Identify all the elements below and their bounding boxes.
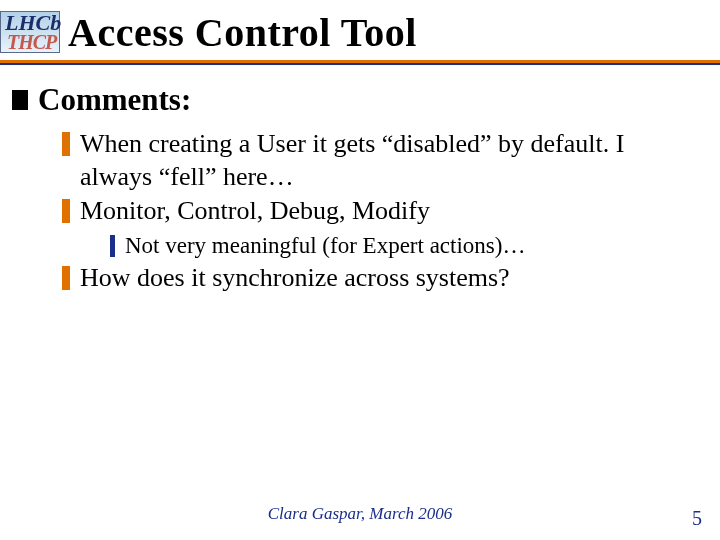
bullet-level2: Monitor, Control, Debug, Modify: [62, 195, 700, 228]
bullet-text-disabled: When creating a User it gets “disabled” …: [80, 128, 700, 193]
bullet-text-comments: Comments:: [38, 82, 191, 118]
footer: Clara Gaspar, March 2006 5: [0, 504, 720, 528]
bullet-text-mcdm: Monitor, Control, Debug, Modify: [80, 195, 430, 228]
bullet-text-sync: How does it synchronize across systems?: [80, 262, 510, 295]
bullet-level3: Not very meaningful (for Expert actions)…: [110, 232, 700, 261]
slide-number: 5: [692, 507, 702, 530]
lhcb-logo: LHCb THCP: [0, 11, 60, 53]
title-underline: [0, 60, 720, 65]
bullet-level2: When creating a User it gets “disabled” …: [62, 128, 700, 193]
header: LHCb THCP Access Control Tool: [0, 0, 720, 64]
bullet-marker-l3: [110, 235, 115, 257]
slide-body: Comments: When creating a User it gets “…: [0, 64, 720, 295]
logo-text-bottom: THCP: [7, 31, 56, 54]
bullet-marker-l2: [62, 266, 70, 290]
bullet-marker-l2: [62, 132, 70, 156]
slide: LHCb THCP Access Control Tool Comments: …: [0, 0, 720, 540]
footer-author-date: Clara Gaspar, March 2006: [0, 504, 720, 524]
bullet-marker-l1: [12, 90, 28, 110]
bullet-text-meaningful: Not very meaningful (for Expert actions)…: [125, 232, 525, 261]
bullet-marker-l2: [62, 199, 70, 223]
bullet-level1: Comments:: [12, 82, 700, 118]
bullet-level2: How does it synchronize across systems?: [62, 262, 700, 295]
slide-title: Access Control Tool: [68, 9, 417, 56]
